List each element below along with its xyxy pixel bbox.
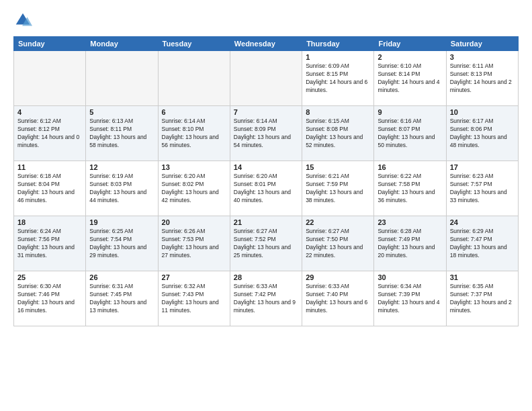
day-number: 27 (162, 273, 226, 281)
calendar-cell: 25Sunrise: 6:30 AMSunset: 7:46 PMDayligh… (14, 271, 86, 326)
day-info: Sunrise: 6:13 AMSunset: 8:11 PMDaylight:… (89, 118, 154, 150)
day-info: Sunrise: 6:24 AMSunset: 7:56 PMDaylight:… (17, 228, 82, 260)
calendar-cell: 28Sunrise: 6:33 AMSunset: 7:42 PMDayligh… (230, 271, 302, 326)
day-number: 12 (89, 163, 154, 171)
calendar-cell: 5Sunrise: 6:13 AMSunset: 8:11 PMDaylight… (86, 106, 158, 161)
calendar-cell: 8Sunrise: 6:15 AMSunset: 8:08 PMDaylight… (302, 106, 374, 161)
calendar-cell: 17Sunrise: 6:23 AMSunset: 7:57 PMDayligh… (446, 161, 518, 216)
day-info: Sunrise: 6:22 AMSunset: 7:58 PMDaylight:… (378, 173, 442, 205)
calendar-cell: 14Sunrise: 6:20 AMSunset: 8:01 PMDayligh… (230, 161, 302, 216)
calendar-cell: 22Sunrise: 6:27 AMSunset: 7:50 PMDayligh… (302, 216, 374, 271)
day-number: 8 (306, 108, 370, 116)
calendar-week-row: 1Sunrise: 6:09 AMSunset: 8:15 PMDaylight… (14, 51, 519, 106)
calendar-cell: 19Sunrise: 6:25 AMSunset: 7:54 PMDayligh… (86, 216, 158, 271)
day-number: 15 (306, 163, 370, 171)
day-info: Sunrise: 6:09 AMSunset: 8:15 PMDaylight:… (306, 62, 370, 95)
calendar-cell: 16Sunrise: 6:22 AMSunset: 7:58 PMDayligh… (374, 161, 446, 216)
day-info: Sunrise: 6:27 AMSunset: 7:52 PMDaylight:… (234, 228, 298, 260)
day-number: 18 (17, 218, 82, 226)
day-info: Sunrise: 6:20 AMSunset: 8:02 PMDaylight:… (162, 173, 226, 205)
col-header-thursday: Thursday (302, 37, 374, 51)
calendar-cell (158, 51, 230, 106)
calendar-cell: 24Sunrise: 6:29 AMSunset: 7:47 PMDayligh… (446, 216, 518, 271)
day-info: Sunrise: 6:26 AMSunset: 7:53 PMDaylight:… (162, 228, 226, 260)
day-info: Sunrise: 6:18 AMSunset: 8:04 PMDaylight:… (17, 173, 82, 205)
calendar-week-row: 11Sunrise: 6:18 AMSunset: 8:04 PMDayligh… (14, 161, 519, 216)
calendar-cell: 20Sunrise: 6:26 AMSunset: 7:53 PMDayligh… (158, 216, 230, 271)
calendar-cell: 2Sunrise: 6:10 AMSunset: 8:14 PMDaylight… (374, 51, 446, 106)
calendar-table: SundayMondayTuesdayWednesdayThursdayFrid… (13, 36, 519, 326)
day-number: 26 (89, 273, 154, 281)
calendar-week-row: 18Sunrise: 6:24 AMSunset: 7:56 PMDayligh… (14, 216, 519, 271)
calendar-cell: 3Sunrise: 6:11 AMSunset: 8:13 PMDaylight… (446, 51, 518, 106)
calendar-cell: 15Sunrise: 6:21 AMSunset: 7:59 PMDayligh… (302, 161, 374, 216)
day-number: 10 (450, 108, 515, 116)
day-number: 21 (234, 218, 298, 226)
calendar-cell: 7Sunrise: 6:14 AMSunset: 8:09 PMDaylight… (230, 106, 302, 161)
calendar-cell: 10Sunrise: 6:17 AMSunset: 8:06 PMDayligh… (446, 106, 518, 161)
day-info: Sunrise: 6:12 AMSunset: 8:12 PMDaylight:… (17, 118, 82, 150)
day-info: Sunrise: 6:32 AMSunset: 7:43 PMDaylight:… (162, 283, 226, 315)
day-number: 20 (162, 218, 226, 226)
logo-icon (13, 11, 32, 30)
day-info: Sunrise: 6:10 AMSunset: 8:14 PMDaylight:… (378, 62, 442, 95)
day-number: 29 (306, 273, 370, 281)
day-number: 17 (450, 163, 515, 171)
day-number: 3 (450, 53, 515, 61)
day-info: Sunrise: 6:14 AMSunset: 8:09 PMDaylight:… (234, 118, 298, 150)
day-info: Sunrise: 6:21 AMSunset: 7:59 PMDaylight:… (306, 173, 370, 205)
day-info: Sunrise: 6:35 AMSunset: 7:37 PMDaylight:… (450, 283, 515, 315)
calendar-week-row: 4Sunrise: 6:12 AMSunset: 8:12 PMDaylight… (14, 106, 519, 161)
day-number: 6 (162, 108, 226, 116)
calendar-cell (86, 51, 158, 106)
calendar-cell: 4Sunrise: 6:12 AMSunset: 8:12 PMDaylight… (14, 106, 86, 161)
page: SundayMondayTuesdayWednesdayThursdayFrid… (0, 0, 532, 411)
calendar-cell: 9Sunrise: 6:16 AMSunset: 8:07 PMDaylight… (374, 106, 446, 161)
calendar-cell: 29Sunrise: 6:33 AMSunset: 7:40 PMDayligh… (302, 271, 374, 326)
day-info: Sunrise: 6:19 AMSunset: 8:03 PMDaylight:… (89, 173, 154, 205)
day-number: 22 (306, 218, 370, 226)
day-info: Sunrise: 6:33 AMSunset: 7:40 PMDaylight:… (306, 283, 370, 315)
day-info: Sunrise: 6:31 AMSunset: 7:45 PMDaylight:… (89, 283, 154, 315)
day-info: Sunrise: 6:15 AMSunset: 8:08 PMDaylight:… (306, 118, 370, 150)
day-info: Sunrise: 6:28 AMSunset: 7:49 PMDaylight:… (378, 228, 442, 260)
col-header-saturday: Saturday (446, 37, 518, 51)
day-number: 24 (450, 218, 515, 226)
day-info: Sunrise: 6:20 AMSunset: 8:01 PMDaylight:… (234, 173, 298, 205)
day-number: 28 (234, 273, 298, 281)
col-header-friday: Friday (374, 37, 446, 51)
col-header-sunday: Sunday (14, 37, 86, 51)
calendar-cell: 18Sunrise: 6:24 AMSunset: 7:56 PMDayligh… (14, 216, 86, 271)
day-info: Sunrise: 6:11 AMSunset: 8:13 PMDaylight:… (450, 62, 515, 95)
day-number: 4 (17, 108, 82, 116)
calendar-cell (14, 51, 86, 106)
logo (13, 11, 35, 30)
day-info: Sunrise: 6:14 AMSunset: 8:10 PMDaylight:… (162, 118, 226, 150)
header (13, 11, 519, 30)
calendar-cell: 11Sunrise: 6:18 AMSunset: 8:04 PMDayligh… (14, 161, 86, 216)
day-info: Sunrise: 6:25 AMSunset: 7:54 PMDaylight:… (89, 228, 154, 260)
day-info: Sunrise: 6:23 AMSunset: 7:57 PMDaylight:… (450, 173, 515, 205)
day-info: Sunrise: 6:29 AMSunset: 7:47 PMDaylight:… (450, 228, 515, 260)
calendar-cell: 27Sunrise: 6:32 AMSunset: 7:43 PMDayligh… (158, 271, 230, 326)
day-number: 23 (378, 218, 442, 226)
day-number: 2 (378, 53, 442, 61)
calendar-cell: 30Sunrise: 6:34 AMSunset: 7:39 PMDayligh… (374, 271, 446, 326)
calendar-cell: 1Sunrise: 6:09 AMSunset: 8:15 PMDaylight… (302, 51, 374, 106)
calendar-cell (230, 51, 302, 106)
day-number: 16 (378, 163, 442, 171)
day-info: Sunrise: 6:17 AMSunset: 8:06 PMDaylight:… (450, 118, 515, 150)
calendar-cell: 31Sunrise: 6:35 AMSunset: 7:37 PMDayligh… (446, 271, 518, 326)
col-header-wednesday: Wednesday (230, 37, 302, 51)
day-number: 25 (17, 273, 82, 281)
calendar-cell: 21Sunrise: 6:27 AMSunset: 7:52 PMDayligh… (230, 216, 302, 271)
calendar-cell: 13Sunrise: 6:20 AMSunset: 8:02 PMDayligh… (158, 161, 230, 216)
day-info: Sunrise: 6:34 AMSunset: 7:39 PMDaylight:… (378, 283, 442, 315)
day-number: 14 (234, 163, 298, 171)
day-number: 13 (162, 163, 226, 171)
col-header-monday: Monday (86, 37, 158, 51)
calendar-cell: 26Sunrise: 6:31 AMSunset: 7:45 PMDayligh… (86, 271, 158, 326)
day-number: 31 (450, 273, 515, 281)
calendar-cell: 12Sunrise: 6:19 AMSunset: 8:03 PMDayligh… (86, 161, 158, 216)
day-number: 1 (306, 53, 370, 61)
